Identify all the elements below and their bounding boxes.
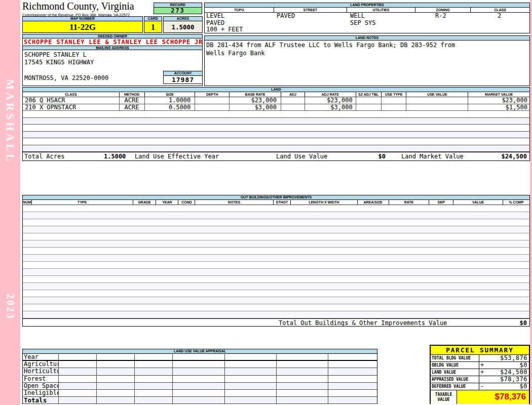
column-header-length-width: LENGTH X WIDTH [291, 200, 358, 205]
land-properties-values: LEVEL PAVED 100 + FEET PAVED WELL SEP SY… [205, 13, 529, 33]
empty-cell [59, 383, 97, 389]
property-record-card: Richmond County, Virginia Commissioner o… [20, 0, 530, 405]
county-header: Richmond County, Virginia Commissioner o… [22, 1, 150, 16]
empty-cell [225, 383, 277, 389]
land-market-value-label: Land Market Value [401, 152, 464, 161]
land-properties-column-headers: TOPO STREET UTILITIES ZONING CLASS [205, 8, 529, 13]
row-cells [59, 390, 377, 396]
cell-base-rate: $23,000 [230, 97, 281, 104]
row-operator: - [479, 383, 485, 390]
cell-size: 1.0000 [145, 97, 196, 104]
cell-method: ACRE [120, 97, 145, 104]
empty-row [23, 290, 529, 297]
cell-use-type [382, 97, 407, 104]
empty-cell [225, 361, 277, 368]
column-header-dep: DEP [429, 200, 453, 205]
out-buildings-title: OUT BUILDINGS/OTHER IMPROVEMENTS [23, 195, 529, 200]
empty-cell [59, 368, 97, 375]
total-acres-value: 1.5000 [104, 152, 126, 161]
cell-sz-adj-tbl [356, 104, 382, 111]
empty-cell [135, 383, 173, 389]
empty-cell [173, 397, 225, 403]
empty-cell [277, 397, 328, 403]
empty-row [23, 145, 529, 152]
empty-cell [135, 361, 173, 368]
column-header-topo: TOPO [205, 8, 274, 12]
empty-cell [328, 390, 377, 396]
empty-row [23, 226, 529, 233]
empty-row [23, 304, 529, 311]
land-row-2: 210 X OPNSTACR ACRE 0.5000 $3,000 $3,000… [23, 104, 529, 111]
column-header-grade: GRADE [133, 200, 157, 205]
empty-cell [97, 397, 135, 403]
parcel-summary-title: PARCEL SUMMARY [431, 346, 529, 355]
row-label: Open Space [23, 383, 59, 389]
account-value: 17987 [163, 75, 203, 84]
empty-cell [97, 368, 135, 375]
deeded-owner-header: DEEDED OWNER [22, 34, 203, 38]
empty-cell [328, 397, 377, 403]
column-header-class: CLASS [23, 92, 120, 97]
empty-row [23, 125, 529, 132]
empty-cell [173, 390, 225, 396]
empty-cell [328, 361, 377, 368]
row-amount: $78,376 [485, 376, 529, 383]
cell-adj [281, 97, 305, 104]
column-header-area-size: AREA/SIZE [358, 200, 389, 205]
empty-cell [173, 376, 225, 382]
row-cells [59, 354, 377, 360]
empty-row [23, 233, 529, 240]
row-operator [479, 376, 485, 383]
column-header-type: TYPE [32, 200, 133, 205]
empty-cell [59, 354, 97, 360]
empty-cell [97, 383, 135, 389]
column-header-zoning: ZONING [415, 8, 471, 12]
appraisal-row-totals: Totals [23, 397, 377, 404]
summary-row-obldg: OBLDG VALUE +$0 [431, 362, 529, 369]
out-buildings-totals-row: Total Out Buildings & Other Improvements… [23, 318, 529, 327]
summary-row-total-bldg: TOTAL BLDG VALUE $53,876 [431, 355, 529, 362]
cell-adj-rate: $23,000 [305, 97, 356, 104]
land-totals-row: Total Acres 1.5000 Land Use Effective Ye… [23, 152, 529, 160]
taxable-value-label: TAXABLE VALUE [431, 390, 457, 404]
parcel-summary-section: PARCEL SUMMARY TOTAL BLDG VALUE $53,876 … [430, 345, 530, 404]
sidebar-year-watermark: 2023 [5, 294, 16, 320]
land-market-value: $24,500 [501, 152, 527, 161]
empty-row [23, 118, 529, 125]
summary-row-appraised: APPRAISED VALUE $78,376 [431, 376, 529, 383]
empty-row [23, 269, 529, 276]
cell-class: 210 X OPNSTACR [23, 104, 120, 111]
empty-row [23, 240, 529, 248]
empty-cell [225, 376, 277, 382]
summary-row-deferred: DEFERRED VALUE -$0 [431, 383, 529, 390]
appraisal-row-horticulture: Horticulture [23, 368, 377, 375]
land-use-value-label: Land Use Value [276, 152, 327, 161]
empty-cell [97, 390, 135, 396]
column-header-depth: DEPTH [195, 92, 230, 97]
acres-value: 1.5000 [163, 21, 203, 33]
cell-adj [281, 104, 305, 111]
empty-row [23, 111, 529, 118]
empty-row [23, 297, 529, 304]
land-table-section: LAND CLASS METHOD SIZE DEPTH BASE RATE A… [22, 87, 530, 161]
cell-market-value: $1,500 [468, 104, 529, 111]
column-header-utilities: UTILITIES [347, 8, 415, 12]
column-header-street: STREET [274, 8, 348, 12]
cell-market-value: $23,000 [468, 97, 529, 104]
out-buildings-section: OUT BUILDINGS/OTHER IMPROVEMENTS NUM TYP… [22, 195, 530, 327]
column-header-adj: ADJ [281, 92, 305, 97]
empty-cell [59, 376, 97, 382]
row-cells [59, 361, 377, 368]
row-cells [59, 376, 377, 382]
row-label: Forest [23, 376, 59, 382]
row-cells [59, 397, 377, 403]
row-cells [59, 383, 377, 389]
empty-row [23, 138, 529, 145]
empty-row [23, 248, 529, 255]
cell-adj-rate: $3,000 [305, 104, 356, 111]
column-header-value: VALUE [453, 200, 503, 205]
row-cells [59, 368, 377, 375]
column-header-size: SIZE [145, 92, 196, 97]
land-properties-section: LAND PROPERTIES TOPO STREET UTILITIES ZO… [204, 3, 530, 33]
map-number-value: 11-22G [22, 21, 143, 33]
